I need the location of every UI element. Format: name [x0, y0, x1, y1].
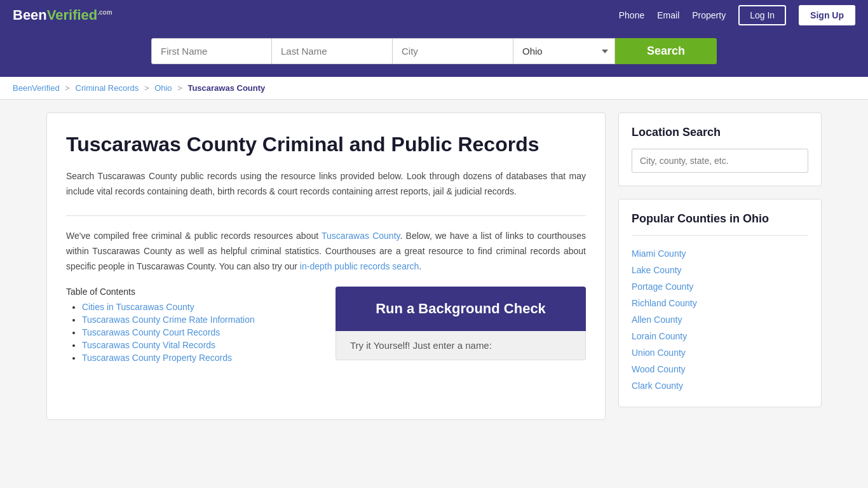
county-link[interactable]: Richland County [632, 295, 808, 311]
toc-item[interactable]: Cities in Tuscarawas County [82, 302, 194, 312]
toc-label: Table of Contents [66, 287, 316, 297]
bg-check-title: Run a Background Check [376, 301, 546, 316]
county-link[interactable]: Union County [632, 344, 808, 361]
breadcrumb-state[interactable]: Ohio [154, 83, 172, 93]
first-name-input[interactable] [151, 38, 272, 64]
logo[interactable]: BeenVerified.com [13, 7, 112, 24]
nav-property[interactable]: Property [692, 10, 726, 20]
bg-check-button[interactable]: Run a Background Check [336, 287, 586, 331]
county-link[interactable]: Clark County [632, 377, 808, 394]
county-link[interactable]: Miami County [632, 245, 808, 262]
county-link[interactable]: Lorain County [632, 328, 808, 344]
breadcrumb-current: Tuscarawas County [187, 83, 265, 93]
popular-divider [632, 235, 808, 236]
divider [66, 215, 586, 216]
toc-item[interactable]: Tuscarawas County Crime Rate Information [82, 315, 255, 325]
tuscarawas-county-link[interactable]: Tuscarawas County [322, 231, 400, 241]
county-link[interactable]: Wood County [632, 361, 808, 377]
toc-item[interactable]: Tuscarawas County Vital Records [82, 340, 215, 350]
location-search-card: Location Search [618, 112, 822, 186]
city-input[interactable] [393, 38, 513, 64]
bg-check-sub-text: Try it Yourself! Just enter a name: [350, 340, 492, 351]
breadcrumb-records[interactable]: Criminal Records [76, 83, 139, 93]
state-select[interactable]: Ohio Alabama Alaska Arizona [513, 38, 615, 64]
login-button[interactable]: Log In [738, 5, 786, 25]
county-link[interactable]: Portage County [632, 278, 808, 295]
breadcrumb: BeenVerified > Criminal Records > Ohio >… [0, 77, 868, 100]
toc-list: Cities in Tuscarawas CountyTuscarawas Co… [82, 302, 316, 363]
page-title: Tuscarawas County Criminal and Public Re… [66, 132, 586, 156]
breadcrumb-home[interactable]: BeenVerified [13, 83, 60, 93]
county-link[interactable]: Lake County [632, 262, 808, 278]
nav-email[interactable]: Email [657, 10, 679, 20]
toc-item[interactable]: Tuscarawas County Property Records [82, 353, 232, 363]
description: Search Tuscarawas County public records … [66, 169, 586, 200]
popular-counties-card: Popular Counties in Ohio Miami CountyLak… [618, 199, 822, 407]
search-button[interactable]: Search [615, 38, 717, 64]
indepth-search-link[interactable]: in-depth public records search [300, 261, 419, 271]
popular-counties-title: Popular Counties in Ohio [632, 212, 808, 226]
location-search-input[interactable] [632, 149, 808, 173]
second-para: We've compiled free criminal & public re… [66, 229, 586, 274]
county-link[interactable]: Allen County [632, 311, 808, 328]
logo-text: BeenVerified.com [13, 7, 112, 24]
signup-button[interactable]: Sign Up [799, 5, 855, 25]
nav-phone[interactable]: Phone [619, 10, 644, 20]
last-name-input[interactable] [272, 38, 393, 64]
toc-item[interactable]: Tuscarawas County Court Records [82, 327, 220, 337]
counties-list: Miami CountyLake CountyPortage CountyRic… [632, 245, 808, 394]
bg-check-sub: Try it Yourself! Just enter a name: [336, 331, 586, 360]
location-search-title: Location Search [632, 126, 808, 139]
